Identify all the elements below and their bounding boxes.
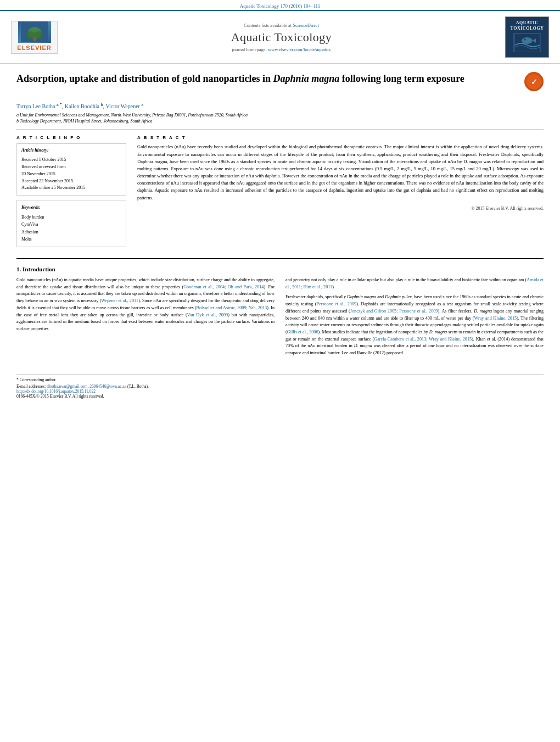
corresponding-author-note: * Corresponding author. xyxy=(16,377,544,382)
aquatic-toxicology-logo: AQUATICTOXIcoLOGY xyxy=(505,16,549,58)
aquatic-logo-text: AQUATICTOXIcoLOGY xyxy=(511,20,544,32)
elsevier-tree-icon xyxy=(18,21,51,43)
authors-line: Tarryn Lee Botha a,*, Kailen Boodhia b, … xyxy=(16,102,544,109)
body-section: 1. Introduction Gold nanoparticles (nAu)… xyxy=(16,258,544,360)
article-info-heading: A R T I C L E I N F O xyxy=(16,135,126,140)
journal-homepage-link[interactable]: www.elsevier.com/locate/aquatox xyxy=(268,47,331,52)
doi-line[interactable]: http://dx.doi.org/10.1016/j.aquatox.2015… xyxy=(16,389,544,394)
revised-date: 20 November 2015 xyxy=(21,171,121,178)
abstract-text: Gold nanoparticles (nAu) have recently b… xyxy=(137,143,544,201)
body-col-left: Gold nanoparticles (nAu) in aquatic medi… xyxy=(16,277,275,360)
keyword-2: CytoViva xyxy=(21,221,121,228)
cite-jonczyk[interactable]: Jonczyk and Gilron 2005; Persoone et al.… xyxy=(350,309,438,314)
article-title: Adsorption, uptake and distribution of g… xyxy=(16,72,524,86)
sciencedirect-link[interactable]: ScienceDirect xyxy=(293,23,319,28)
affiliation-a: a Unit for Environmental Sciences and Ma… xyxy=(16,113,544,118)
keywords-label: Keywords: xyxy=(21,204,121,211)
page-footer: * Corresponding author. E-mail addresses… xyxy=(16,374,544,399)
body-col-right: and geometry not only play a role in cel… xyxy=(285,277,544,360)
cite-garcia[interactable]: García-Cambero et al., 2013; Wray and Kl… xyxy=(374,337,472,342)
intro-para-3: Freshwater daphnids, specifically Daphni… xyxy=(285,294,544,356)
cite-wepener[interactable]: Wepener et al., 2011 xyxy=(101,298,138,303)
article-history-box: Article history: Received 1 October 2015… xyxy=(16,143,126,196)
keywords-box: Keywords: Body burden CytoViva Adhesion … xyxy=(16,200,126,247)
svg-text:✓: ✓ xyxy=(531,77,537,86)
author-wepener: Victor Wepener xyxy=(105,103,140,109)
keyword-3: Adhesion xyxy=(21,228,121,236)
author-boodhia: Kailen Boodhia xyxy=(65,103,99,109)
cite-wray1[interactable]: Wray and Klaine, 2015 xyxy=(474,316,517,321)
affiliation-b: b Toxicology Department, NIOH Hospital S… xyxy=(16,119,544,124)
intro-para-1: Gold nanoparticles (nAu) in aquatic medi… xyxy=(16,277,275,333)
accepted-date: Accepted 22 November 2015 xyxy=(21,178,121,185)
received-date: Received 1 October 2015 xyxy=(21,157,121,164)
keyword-4: Molts xyxy=(21,236,121,243)
issn-line: 0166-445X/© 2015 Elsevier B.V. All right… xyxy=(16,394,544,399)
cite-arnida[interactable]: Arnida et al., 2011; Him et al., 2011 xyxy=(285,277,544,289)
intro-para-2: and geometry not only play a role in cel… xyxy=(285,277,544,291)
svg-rect-4 xyxy=(33,37,36,41)
section1-title: 1. Introduction xyxy=(16,266,544,272)
body-two-col: Gold nanoparticles (nAu) in aquatic medi… xyxy=(16,277,544,360)
keyword-1: Body burden xyxy=(21,214,121,221)
cite-persoone1[interactable]: Persoone et al., 2009 xyxy=(316,302,356,306)
journal-header: ELSEVIER Contents lists available at Sci… xyxy=(0,10,560,64)
svg-point-10 xyxy=(524,38,525,40)
email-link-2[interactable]: 26964546@nwu.ac.za xyxy=(89,384,126,389)
journal-reference-bar: Aquatic Toxicology 170 (2016) 104–111 xyxy=(0,0,560,10)
elsevier-text: ELSEVIER xyxy=(17,44,51,51)
cite-bolsselier[interactable]: Bolsselier and Astruc, 2009; Yah, 2013 xyxy=(197,305,267,310)
contents-line: Contents lists available at ScienceDirec… xyxy=(58,23,505,28)
cite-goodman[interactable]: Goodman et al., 2004; Oh and Park, 2014 xyxy=(183,284,264,289)
available-online: Available online 25 November 2015 xyxy=(21,185,121,192)
article-title-section: Adsorption, uptake and distribution of g… xyxy=(16,72,544,97)
page: Aquatic Toxicology 170 (2016) 104–111 EL… xyxy=(0,0,560,742)
abstract-col: A B S T R A C T Gold nanoparticles (nAu)… xyxy=(137,135,544,247)
journal-title: Aquatic Toxicology xyxy=(58,30,505,44)
header-center: Contents lists available at ScienceDirec… xyxy=(58,23,505,52)
info-abstract-section: A R T I C L E I N F O Article history: R… xyxy=(16,135,544,247)
aquatic-logo-image xyxy=(513,33,541,52)
email-link-1[interactable]: tlbotha.nwu@gmail.com xyxy=(47,384,87,389)
svg-point-8 xyxy=(522,37,533,44)
copyright-line: © 2015 Elsevier B.V. All rights reserved… xyxy=(137,206,544,211)
main-content: Adsorption, uptake and distribution of g… xyxy=(0,64,560,369)
history-label: Article history: xyxy=(21,147,121,154)
received-revised-label: Received in revised form xyxy=(21,164,121,171)
email-line: E-mail addresses: tlbotha.nwu@gmail.com,… xyxy=(16,384,544,389)
section-divider xyxy=(16,129,544,130)
abstract-heading: A B S T R A C T xyxy=(137,135,544,140)
cite-vandyk[interactable]: Van Dyk et al., 2009 xyxy=(187,313,228,317)
cite-gillis[interactable]: Gillis et al., 2006 xyxy=(287,330,318,334)
elsevier-logo: ELSEVIER xyxy=(11,21,58,54)
journal-homepage-line: journal homepage: www.elsevier.com/locat… xyxy=(58,47,505,52)
journal-reference: Aquatic Toxicology 170 (2016) 104–111 xyxy=(240,3,321,9)
crossmark-badge: ✓ xyxy=(524,72,544,91)
article-info-col: A R T I C L E I N F O Article history: R… xyxy=(16,135,126,247)
author-botha: Tarryn Lee Botha xyxy=(16,103,55,109)
